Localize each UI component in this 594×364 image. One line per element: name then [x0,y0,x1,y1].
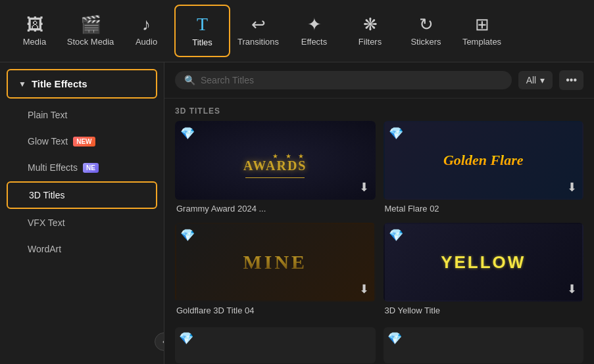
more-options-button[interactable]: ••• [559,70,583,90]
sidebar-section-title-effects[interactable]: ▼ Title Effects [7,69,157,99]
awards-underline [245,177,305,178]
audio-icon: ♪ [142,16,151,33]
sidebar-item-glow-text[interactable]: Glow Text NEW [7,129,157,154]
partial-thumb-1[interactable]: 💎 [175,327,376,363]
sidebar-item-wordart[interactable]: WordArt [7,237,157,262]
chevron-down-icon: ▾ [540,75,545,85]
grid-item-metal-flare[interactable]: 💎 Golden Flare ⬇ Metal Flare 02 [384,121,584,215]
partial-thumb-2[interactable]: 💎 [384,327,584,363]
thumbnail-metal-flare: 💎 Golden Flare ⬇ [384,121,584,200]
more-icon: ••• [566,74,577,85]
nav-item-media[interactable]: 🖼 Media [7,5,62,57]
item-label-grammy: Grammy Award 2024 ... [175,200,376,215]
collapse-sidebar-button[interactable]: ‹ [155,332,164,351]
grid-item-goldflare[interactable]: 💎 MINE ⬇ Goldflare 3D Title 04 [175,223,376,317]
thumbnail-grammy: 💎 ★ ★ ★ AWARDS ⬇ [175,121,376,200]
search-input-wrapper[interactable]: 🔍 [175,71,512,89]
item-label-metal-flare: Metal Flare 02 [384,200,584,215]
top-navigation: 🖼 Media 🎬 Stock Media ♪ Audio T Titles ↩… [0,0,594,62]
download-icon-yellow[interactable]: ⬇ [567,282,577,296]
partial-bottom-row: 💎 💎 [164,327,594,364]
golden-text: Golden Flare [443,152,524,169]
filters-icon: ❋ [363,16,378,33]
effects-icon: ✦ [307,16,322,33]
content-area: 🔍 All ▾ ••• 3D TITLES 💎 ★ ★ ★ AWARD [164,62,594,364]
main-layout: ▼ Title Effects Plain Text Glow Text NEW… [0,62,594,364]
sidebar-item-vfx-text[interactable]: VFX Text [7,210,157,235]
sidebar-item-multi-effects[interactable]: Multi Effects NE [7,155,157,180]
nav-item-filters[interactable]: ❋ Filters [342,5,398,57]
transitions-icon: ↩ [251,16,266,33]
nav-item-transitions[interactable]: ↩ Transitions [230,5,286,57]
nav-item-audio[interactable]: ♪ Audio [118,5,174,57]
grid-item-yellow[interactable]: 💎 YELLOW ⬇ 3D Yellow Title [384,223,584,317]
search-input[interactable] [201,75,503,85]
thumbnail-goldflare: 💎 MINE ⬇ [175,223,376,302]
stars-deco: ★ ★ ★ [272,152,307,160]
gem-icon-yellow: 💎 [389,228,403,242]
yellow-text: YELLOW [441,252,526,273]
badge-new: NEW [73,137,95,147]
gem-icon-grammy: 💎 [180,126,195,141]
search-icon: 🔍 [184,75,195,85]
badge-ne: NE [83,163,99,173]
stock-media-icon: 🎬 [80,16,101,33]
nav-item-titles[interactable]: T Titles [174,5,230,57]
download-icon-goldflare[interactable]: ⬇ [359,282,369,296]
search-bar: 🔍 All ▾ ••• [164,62,594,99]
media-icon: 🖼 [26,16,43,33]
nav-item-effects[interactable]: ✦ Effects [286,5,342,57]
items-grid: 💎 ★ ★ ★ AWARDS ⬇ Grammy Award 2024 ... 💎… [164,121,594,327]
nav-item-stickers[interactable]: ↻ Stickers [398,5,454,57]
sidebar: ▼ Title Effects Plain Text Glow Text NEW… [0,62,164,364]
stickers-icon: ↻ [419,16,433,33]
download-icon-grammy[interactable]: ⬇ [359,180,369,194]
chevron-down-icon: ▼ [18,80,26,89]
thumbnail-yellow: 💎 YELLOW ⬇ [384,223,584,302]
titles-icon: T [197,15,208,34]
download-icon-metal-flare[interactable]: ⬇ [567,180,577,194]
filter-dropdown[interactable]: All ▾ [518,71,553,89]
gem-icon-goldflare: 💎 [180,228,195,242]
gem-icon-partial-2: 💎 [387,331,402,346]
sidebar-item-plain-text[interactable]: Plain Text [7,102,157,127]
item-label-goldflare: Goldflare 3D Title 04 [175,302,376,317]
sidebar-item-3d-titles[interactable]: 3D Titles [7,181,157,209]
section-label-3d-titles: 3D TITLES [164,99,594,121]
mine-text: MINE [243,251,307,273]
nav-item-stock-media[interactable]: 🎬 Stock Media [62,5,118,57]
gem-icon-partial-1: 💎 [179,331,193,346]
grid-item-grammy[interactable]: 💎 ★ ★ ★ AWARDS ⬇ Grammy Award 2024 ... [175,121,376,215]
nav-item-templates[interactable]: ⊞ Templates [454,5,510,57]
templates-icon: ⊞ [475,16,489,33]
item-label-yellow: 3D Yellow Title [384,302,584,317]
gem-icon-metal-flare: 💎 [389,126,403,141]
awards-text: AWARDS [243,158,307,173]
